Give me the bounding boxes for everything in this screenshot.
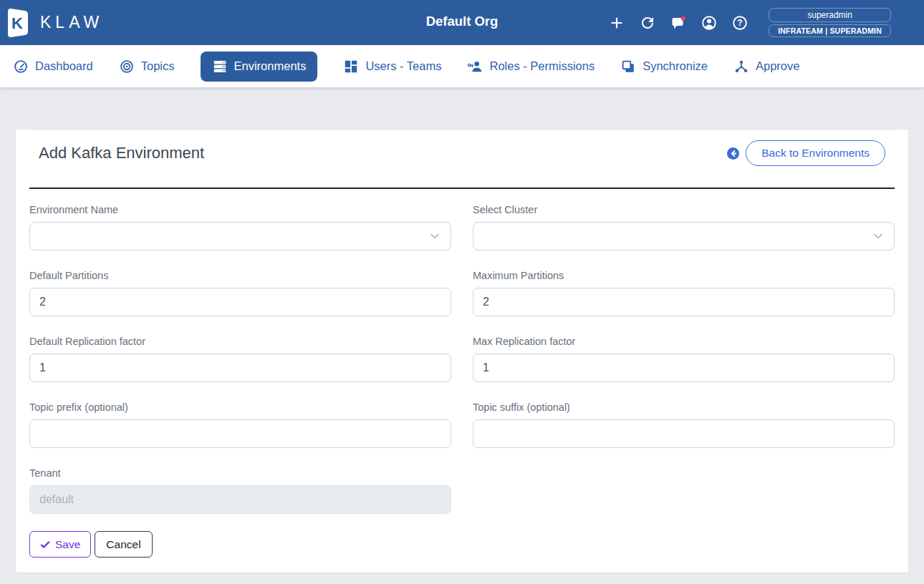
refresh-icon[interactable] xyxy=(639,14,656,31)
nav-item-topics[interactable]: Topics xyxy=(119,59,175,74)
nav-item-environments[interactable]: Environments xyxy=(201,52,318,82)
environment-name-select[interactable] xyxy=(29,222,451,250)
default-partitions-input[interactable] xyxy=(29,288,451,316)
environments-server-icon xyxy=(212,59,228,74)
topic-suffix-label: Topic suffix (optional) xyxy=(473,402,895,414)
help-icon[interactable]: ? xyxy=(731,14,749,31)
default-replication-factor-label: Default Replication factor xyxy=(29,336,451,348)
main-nav: Dashboard Topics Environments Users - Te… xyxy=(0,45,924,87)
chevron-down-icon xyxy=(871,229,885,243)
maximum-partitions-input[interactable] xyxy=(473,288,895,316)
back-arrow-circle-icon[interactable] xyxy=(727,147,739,160)
default-partitions-label: Default Partitions xyxy=(29,270,451,282)
nav-label: Topics xyxy=(141,59,175,73)
chevron-down-icon xyxy=(428,229,442,243)
nav-label: Environments xyxy=(234,59,307,73)
org-title: Default Org xyxy=(426,14,499,29)
add-environment-card: Add Kafka Environment Back to Environmen… xyxy=(16,130,908,573)
tenant-label: Tenant xyxy=(29,467,451,480)
save-button[interactable]: Save xyxy=(29,531,91,558)
max-replication-factor-label: Max Replication factor xyxy=(473,336,895,348)
plus-icon[interactable] xyxy=(608,14,625,31)
topic-prefix-label: Topic prefix (optional) xyxy=(29,402,451,414)
roles-key-person-icon xyxy=(467,59,483,74)
unread-badge-dot xyxy=(681,16,685,20)
empty-grid-cell xyxy=(473,467,895,514)
save-button-label: Save xyxy=(55,538,80,551)
topic-suffix-input[interactable] xyxy=(473,419,895,448)
select-cluster-select[interactable] xyxy=(473,222,895,250)
topics-target-icon xyxy=(119,59,135,74)
cancel-button[interactable]: Cancel xyxy=(95,531,152,558)
page-title: Add Kafka Environment xyxy=(39,144,204,162)
back-to-environments-button[interactable]: Back to Environments xyxy=(746,140,885,166)
check-icon xyxy=(40,540,50,550)
approve-hub-icon xyxy=(733,59,749,74)
nav-label: Approve xyxy=(756,59,799,73)
brand-name: KLAW xyxy=(40,13,103,32)
username-label[interactable]: superadmin xyxy=(769,8,891,22)
synchronize-copy-icon xyxy=(620,59,636,74)
select-cluster-label: Select Cluster xyxy=(473,204,895,216)
nav-item-roles-permissions[interactable]: Roles - Permissions xyxy=(467,59,595,74)
max-replication-factor-input[interactable] xyxy=(473,354,895,382)
klaw-logo-icon: K xyxy=(6,6,32,39)
card-top-divider xyxy=(29,130,895,130)
nav-label: Users - Teams xyxy=(365,59,441,73)
svg-text:K: K xyxy=(11,14,23,32)
tenant-input xyxy=(29,485,451,514)
messages-icon[interactable] xyxy=(670,14,687,31)
users-teams-grid-icon xyxy=(343,59,359,74)
environment-form: Environment Name Select Cluster Default … xyxy=(29,189,895,514)
default-replication-factor-input[interactable] xyxy=(29,354,451,382)
nav-item-approve[interactable]: Approve xyxy=(733,59,799,74)
topic-prefix-input[interactable] xyxy=(29,419,451,448)
nav-label: Roles - Permissions xyxy=(489,59,595,73)
environment-name-label: Environment Name xyxy=(29,204,451,216)
app-header: K KLAW Default Org xyxy=(0,0,924,45)
nav-item-synchronize[interactable]: Synchronize xyxy=(620,59,708,74)
nav-label: Synchronize xyxy=(643,59,708,73)
brand-logo[interactable]: K KLAW xyxy=(6,6,103,39)
svg-text:?: ? xyxy=(738,18,743,28)
maximum-partitions-label: Maximum Partitions xyxy=(473,270,895,282)
dashboard-gauge-icon xyxy=(13,59,29,74)
nav-item-users-teams[interactable]: Users - Teams xyxy=(343,59,441,74)
team-role-label[interactable]: INFRATEAM | SUPERADMIN xyxy=(769,24,891,37)
user-menu[interactable]: superadmin INFRATEAM | SUPERADMIN xyxy=(769,8,891,37)
nav-label: Dashboard xyxy=(35,59,93,73)
nav-item-dashboard[interactable]: Dashboard xyxy=(13,59,93,74)
main-content: Add Kafka Environment Back to Environmen… xyxy=(0,87,924,573)
account-icon[interactable] xyxy=(701,14,718,31)
